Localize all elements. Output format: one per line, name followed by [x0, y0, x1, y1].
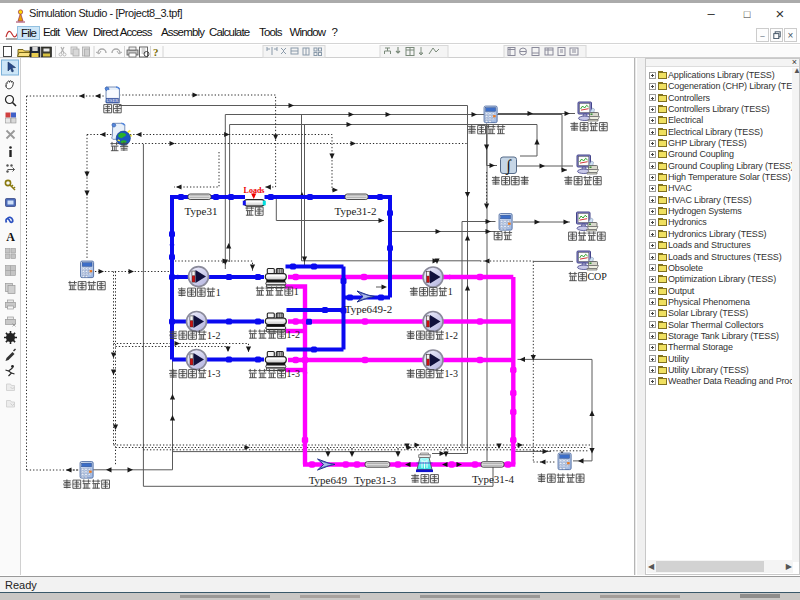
svg-text:1: 1 — [216, 287, 221, 298]
svg-text:USER: USER — [107, 98, 120, 103]
svg-text:?: ? — [153, 46, 159, 58]
svg-text:3: 3 — [453, 368, 458, 379]
svg-text:3: 3 — [295, 368, 300, 379]
svg-text:2: 2 — [215, 330, 220, 341]
svg-text:3: 3 — [215, 368, 220, 379]
svg-text:P: P — [601, 271, 607, 282]
svg-text:2: 2 — [453, 330, 458, 341]
svg-text:2: 2 — [295, 329, 300, 340]
svg-text:Type31-4: Type31-4 — [472, 473, 514, 485]
svg-text:A: A — [6, 230, 15, 244]
svg-text:Type31-2: Type31-2 — [335, 205, 377, 217]
svg-text:1: 1 — [294, 286, 299, 297]
svg-text:Type31-3: Type31-3 — [354, 474, 396, 486]
svg-text:Type649-2: Type649-2 — [345, 303, 393, 315]
svg-text:Type649: Type649 — [309, 474, 348, 486]
svg-text:1: 1 — [448, 286, 453, 297]
svg-text:Type31: Type31 — [185, 205, 218, 217]
svg-text:O: O — [594, 271, 601, 282]
